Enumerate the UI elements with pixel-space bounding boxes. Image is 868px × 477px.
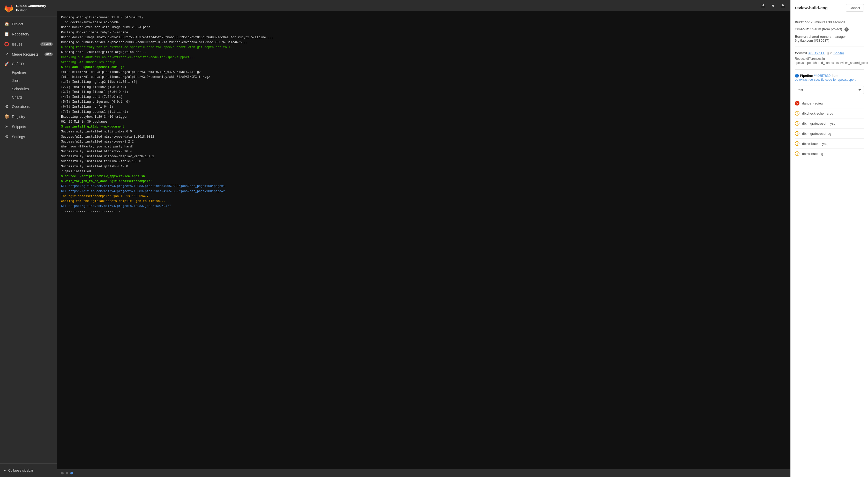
issues-badge: 14,493 (40, 42, 53, 46)
download-button[interactable] (760, 2, 767, 9)
sidebar-cicd-section[interactable]: 🚀 CI / CD (0, 59, 57, 68)
commit-hash-link[interactable]: a00f9c11 (808, 51, 825, 55)
divider-1 (795, 47, 864, 47)
terminal-line: on docker-auto-scale ed2dce3a (61, 20, 786, 25)
svg-rect-1 (771, 4, 775, 4)
terminal-line: Skipping Git submodules setup (61, 60, 786, 65)
terminal-line: Running on runner-ed2dce3a-project-13083… (61, 40, 786, 45)
terminal-line: (6/7) Installing jq (1.6-r0) (61, 105, 786, 110)
app-title: GitLab Community Edition (16, 4, 46, 13)
job-status-db-migrate-reset-mysql: ⏸ (795, 121, 800, 126)
cancel-button[interactable]: Cancel (846, 4, 864, 12)
sidebar-item-charts[interactable]: Charts (0, 93, 57, 101)
terminal-line: $ apk add --update openssl curl jq (61, 65, 786, 70)
terminal-line: GET https://gitlab.com/api/v4/projects/1… (61, 184, 786, 189)
right-panel-header: review-build-cng Cancel (790, 0, 868, 16)
terminal-line: GET https://gitlab.com/api/v4/projects/1… (61, 204, 786, 209)
job-item-db-check-schema-pg[interactable]: ⏸db:check-schema-pg (795, 109, 864, 118)
scroll-bottom-button[interactable] (779, 2, 786, 9)
copy-commit-icon[interactable]: ⎘ (827, 52, 829, 55)
terminal-line: $ wait_for_job_to_be_done "gitlab:assets… (61, 179, 786, 184)
terminal-line: Waiting for the 'gitlab:assets:compile' … (61, 199, 786, 204)
terminal-line: Using docker image sha256:9b341a35327555… (61, 35, 786, 40)
job-name-db-rollback-mysql: db:rollback-mysql (802, 142, 828, 146)
terminal-line: Successfully installed gitlab-4.10.0 (61, 164, 786, 169)
terminal-line: Successfully installed mime-types-3.2.2 (61, 140, 786, 144)
commit-mr-link[interactable]: !25569 (833, 51, 844, 55)
snippets-icon: ✂ (4, 124, 9, 129)
terminal-dot-1[interactable] (66, 472, 68, 474)
sidebar-item-snippets[interactable]: ✂ Snippets (0, 122, 57, 132)
registry-icon: 📦 (4, 114, 9, 119)
collapse-sidebar-button[interactable]: « Collapse sidebar (4, 467, 53, 474)
commit-info: Commit a00f9c11 ⎘ in !25569 Reduce diffe… (795, 51, 864, 65)
job-name-danger-review: danger-review (802, 101, 823, 105)
sidebar-item-schedules[interactable]: Schedules (0, 85, 57, 93)
sidebar-item-issues[interactable]: ⭕ Issues 14,493 (0, 39, 57, 49)
terminal-line: Successfully installed mime-types-data-3… (61, 135, 786, 140)
terminal-line: GET https://gitlab.com/api/v4/projects/1… (61, 189, 786, 194)
pipeline-branch-link[interactable]: ce-extract-ee-specific-code-for-spec/sup… (795, 78, 856, 82)
terminal-line: 7 gems installed (61, 169, 786, 174)
terminal-output[interactable]: Running with gitlab-runner 11.8.0 (4745a… (57, 11, 790, 469)
job-item-db-rollback-pg[interactable]: ⏸db:rollback-pg (795, 149, 864, 158)
terminal-line: Checking out a00f9c11 as ce-extract-ee-s… (61, 55, 786, 60)
terminal-line: (4/7) Installing curl (7.64.0-r1) (61, 95, 786, 99)
main-content: Running with gitlab-runner 11.8.0 (4745a… (57, 0, 868, 477)
job-item-db-migrate-reset-pg[interactable]: ⏸db:migrate:reset-pg (795, 128, 864, 139)
terminal-line: Successfully installed terminal-table-1.… (61, 159, 786, 164)
sidebar-item-settings[interactable]: ⚙ Settings (0, 132, 57, 142)
timeout-row: Timeout: 1h 40m (from project) ? (795, 27, 864, 32)
sidebar-item-jobs[interactable]: Jobs (0, 77, 57, 85)
terminal-dot-0[interactable] (61, 472, 64, 474)
terminal-line: Pulling docker image ruby:2.5-alpine ... (61, 30, 786, 35)
operations-icon: ⚙ (4, 104, 9, 109)
terminal-dot-2[interactable] (70, 472, 73, 474)
terminal-line: (1/7) Installing nghttp2-libs (1.35.1-r0… (61, 80, 786, 85)
terminal-line: $ source ./scripts/review_apps/review-ap… (61, 174, 786, 179)
terminal-line: Successfully installed unicode-display_w… (61, 154, 786, 159)
terminal-line: Successfully installed multi_xml-0.6.0 (61, 129, 786, 134)
merge-requests-badge: 817 (44, 53, 53, 56)
terminal-line: (2/7) Installing libssh2 (1.8.0-r4) (61, 85, 786, 90)
project-icon: 🏠 (4, 22, 9, 26)
sidebar-item-registry[interactable]: 📦 Registry (0, 112, 57, 122)
terminal-line: When you HTTParty, you must party hard! (61, 144, 786, 149)
terminal-line: ................................ (61, 209, 786, 214)
repository-icon: 📋 (4, 32, 9, 36)
duration-row: Duration: 20 minutes 30 seconds (795, 20, 864, 24)
job-status-db-migrate-reset-pg: ⏸ (795, 131, 800, 136)
job-list: ✕danger-review⏸db:check-schema-pg⏸db:mig… (795, 98, 864, 158)
terminal-line: Using Docker executor with image ruby:2.… (61, 25, 786, 30)
runner-row: Runner: shared-runners-manager-6.gitlab.… (795, 35, 864, 42)
sidebar-footer: « Collapse sidebar (0, 463, 57, 477)
sidebar-item-project[interactable]: 🏠 Project (0, 19, 57, 29)
pipeline-id-link[interactable]: #49657839 (814, 74, 831, 78)
sidebar-nav: 🏠 Project 📋 Repository ⭕ Issues 14,493 ↗… (0, 17, 57, 463)
job-name-db-migrate-reset-mysql: db:migrate:reset-mysql (802, 122, 836, 125)
job-name-db-migrate-reset-pg: db:migrate:reset-pg (802, 132, 831, 136)
sidebar-item-operations[interactable]: ⚙ Operations (0, 101, 57, 112)
sidebar-header: GitLab Community Edition (0, 0, 57, 17)
sidebar-item-merge-requests[interactable]: ↗ Merge Requests 817 (0, 49, 57, 59)
issues-icon: ⭕ (4, 42, 9, 47)
terminal-line: Successfully installed httparty-0.16.4 (61, 149, 786, 154)
stage-select[interactable]: test (795, 86, 864, 94)
job-item-db-rollback-mysql[interactable]: ⏸db:rollback-mysql (795, 139, 864, 149)
stage-select-wrapper: test (795, 86, 864, 94)
right-panel-body: Duration: 20 minutes 30 seconds Timeout:… (790, 16, 868, 477)
job-item-danger-review[interactable]: ✕danger-review (795, 98, 864, 109)
job-name-db-check-schema-pg: db:check-schema-pg (802, 112, 833, 115)
svg-rect-0 (762, 7, 765, 7)
scroll-top-button[interactable] (770, 2, 776, 9)
commit-message: Reduce differences in spec/support/share… (795, 57, 864, 65)
cicd-icon: 🚀 (4, 61, 9, 66)
job-name-db-rollback-pg: db:rollback-pg (802, 152, 823, 156)
timeout-help-icon[interactable]: ? (844, 27, 848, 32)
commit-hash-row: Commit a00f9c11 ⎘ in !25569 (795, 51, 864, 55)
sidebar-item-pipelines[interactable]: Pipelines (0, 68, 57, 77)
job-item-db-migrate-reset-mysql[interactable]: ⏸db:migrate:reset-mysql (795, 118, 864, 128)
sidebar-item-repository[interactable]: 📋 Repository (0, 29, 57, 39)
terminal-line: fetch http://dl-cdn.alpinelinux.org/alpi… (61, 70, 786, 75)
svg-rect-2 (781, 7, 785, 7)
